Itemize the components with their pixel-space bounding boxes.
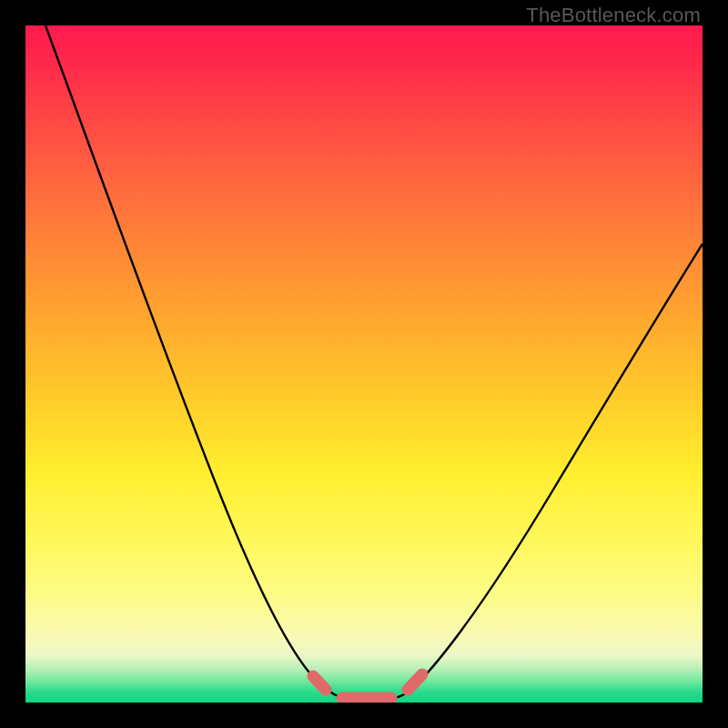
bottleneck-curve <box>46 25 703 699</box>
watermark-text: TheBottleneck.com <box>526 4 701 27</box>
plot-area <box>25 25 703 703</box>
curve-layer <box>25 25 703 703</box>
valley-markers <box>313 674 422 698</box>
chart-frame: TheBottleneck.com <box>0 0 728 728</box>
